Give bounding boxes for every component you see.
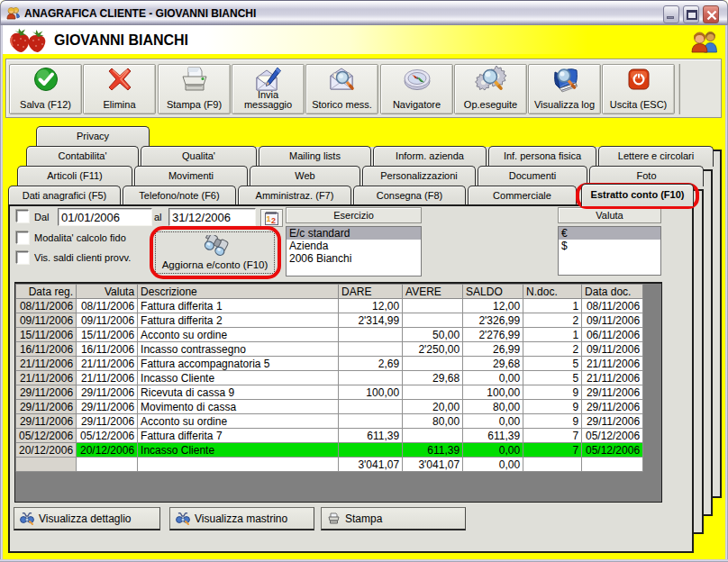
svg-text:1: 1 — [266, 214, 270, 223]
svg-text:2: 2 — [271, 216, 276, 225]
